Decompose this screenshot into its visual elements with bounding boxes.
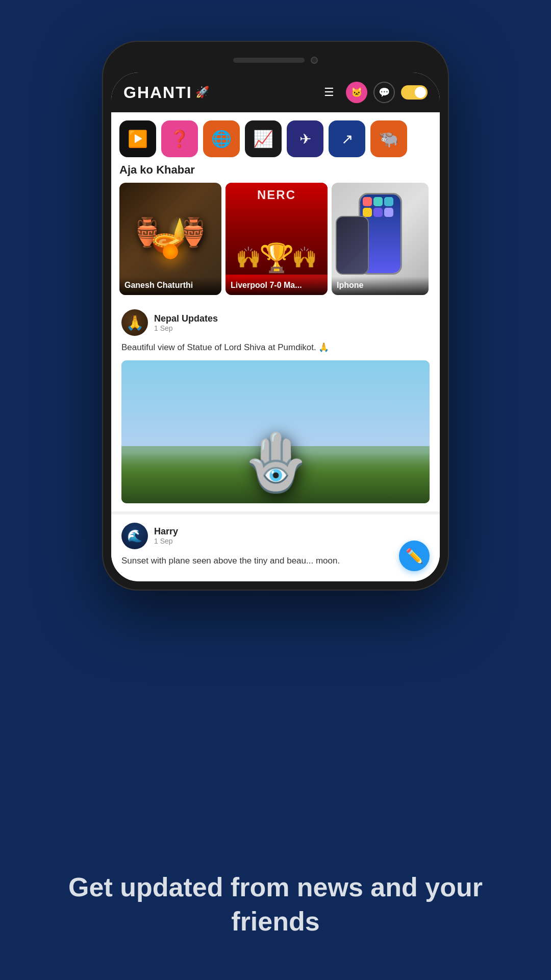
post-2-author: Harry	[154, 526, 178, 537]
rocket-icon: 🚀	[195, 86, 209, 99]
profile-icon[interactable]: 🐱	[346, 82, 367, 103]
post-1-image: ☁️ ☁️ 🪬	[121, 360, 430, 503]
map-icon: ✈	[299, 131, 311, 148]
iphone-secondary-device	[336, 216, 369, 275]
globe-icon: 🐃	[379, 129, 399, 149]
quiz-icon: ❓	[169, 129, 190, 149]
iphone-card-label: Iphone	[332, 277, 429, 295]
globe-app-icon[interactable]: 🐃	[370, 120, 407, 157]
harry-avatar-icon: 🌊	[127, 529, 142, 543]
theme-toggle[interactable]	[401, 85, 428, 100]
candle-glow	[163, 244, 178, 259]
phone-notch	[233, 58, 305, 63]
news-icon: 🌐	[211, 129, 232, 149]
liverpool-label-text: Liverpool 7-0 Ma...	[231, 281, 302, 289]
header-icons: ☰ 🐱 💬	[318, 82, 428, 103]
post-1-avatar: 🙏	[121, 309, 148, 336]
shiva-statue: 🪬	[241, 430, 311, 496]
iphone-apps-grid	[363, 197, 398, 217]
health-icon: 📈	[253, 129, 273, 149]
post-1-text: Beautiful view of Statue of Lord Shiva a…	[121, 341, 430, 354]
quiz-app-icon[interactable]: ❓	[161, 120, 198, 157]
health-app-icon[interactable]: 📈	[245, 120, 282, 157]
phone-camera	[311, 57, 318, 64]
news-app-icon[interactable]: 🌐	[203, 120, 240, 157]
ganesh-statue-right: 🏺	[176, 216, 211, 249]
phone-notch-area	[111, 50, 440, 70]
post-2-header: 🌊 Harry 1 Sep	[121, 523, 430, 549]
app-dot-3	[384, 197, 393, 206]
app-dot-4	[363, 208, 372, 217]
liverpool-image: NERC 🏆 🙌 🙌	[226, 183, 328, 275]
feed-post-1: 🙏 Nepal Updates 1 Sep Beautiful view of …	[111, 301, 440, 514]
news-card-liverpool[interactable]: NERC 🏆 🙌 🙌 Liverpool 7-0 Ma...	[226, 183, 328, 295]
post-1-author: Nepal Updates	[154, 313, 218, 324]
shiva-statue-scene: ☁️ ☁️ 🪬	[121, 360, 430, 503]
crowd-figure-2: 🙌	[292, 246, 317, 270]
post-2-date: 1 Sep	[154, 537, 178, 545]
pencil-icon: ✏️	[406, 548, 423, 565]
post-1-meta: Nepal Updates 1 Sep	[154, 313, 218, 332]
arrow-app-icon[interactable]: ↗	[329, 120, 365, 157]
video-app-icon[interactable]: ▶️	[119, 120, 156, 157]
map-app-icon[interactable]: ✈	[287, 120, 323, 157]
news-section: Aja ko Khabar 🏺 🪔 🏺 Ganesh Cha	[111, 161, 440, 301]
app-dot-5	[373, 208, 383, 217]
news-card-ganesh[interactable]: 🏺 🪔 🏺 Ganesh Chaturthi	[119, 183, 221, 295]
post-2-meta: Harry 1 Sep	[154, 526, 178, 545]
post-2-text: Sunset with plane seen above the tiny an…	[121, 554, 430, 568]
nepal-updates-avatar: 🙏	[121, 309, 148, 336]
liverpool-logo-text: NERC	[257, 188, 296, 202]
news-cards: 🏺 🪔 🏺 Ganesh Chaturthi NERC 🏆	[119, 183, 432, 295]
iphone-image	[332, 183, 429, 280]
arrow-icon: ↗	[341, 131, 353, 148]
section-title: Aja ko Khabar	[119, 163, 432, 177]
harry-avatar: 🌊	[121, 523, 148, 549]
news-card-iphone[interactable]: Iphone	[332, 183, 429, 295]
iphone-label-text: Iphone	[337, 281, 363, 289]
ganesh-image: 🏺 🪔 🏺	[119, 183, 221, 264]
phone-screen: GHANTI 🚀 ☰ 🐱 💬 ▶️ ❓	[111, 72, 440, 581]
post-1-date: 1 Sep	[154, 324, 218, 332]
app-logo-text: GHANTI	[123, 83, 192, 102]
phone-frame: GHANTI 🚀 ☰ 🐱 💬 ▶️ ❓	[102, 41, 449, 591]
app-header: GHANTI 🚀 ☰ 🐱 💬	[111, 72, 440, 112]
post-1-header: 🙏 Nepal Updates 1 Sep	[121, 309, 430, 336]
crowd-figure-1: 🙌	[236, 246, 261, 270]
liverpool-player: 🏆	[259, 241, 294, 275]
ganesh-card-label: Ganesh Chaturthi	[119, 277, 221, 295]
liverpool-card-label: Liverpool 7-0 Ma...	[226, 277, 328, 295]
app-icons-section: ▶️ ❓ 🌐 📈 ✈ ↗ 🐃	[111, 112, 440, 161]
feed-post-2: 🌊 Harry 1 Sep Sunset with plane seen abo…	[111, 514, 440, 582]
post-2-avatar: 🌊	[121, 523, 148, 549]
ganesh-label-text: Ganesh Chaturthi	[124, 281, 193, 289]
tagline: Get updated from news and your friends	[46, 870, 505, 939]
toggle-circle	[415, 87, 426, 98]
chat-icon[interactable]: 💬	[373, 82, 395, 103]
app-dot-1	[363, 197, 372, 206]
app-icons-row: ▶️ ❓ 🌐 📈 ✈ ↗ 🐃	[119, 120, 432, 157]
app-dot-6	[384, 208, 393, 217]
compose-fab-button[interactable]: ✏️	[399, 541, 430, 571]
app-dot-2	[373, 197, 383, 206]
avatar-icon: 🙏	[126, 314, 144, 331]
app-logo: GHANTI 🚀	[123, 83, 209, 102]
menu-icon[interactable]: ☰	[318, 82, 340, 103]
video-icon: ▶️	[128, 129, 148, 149]
